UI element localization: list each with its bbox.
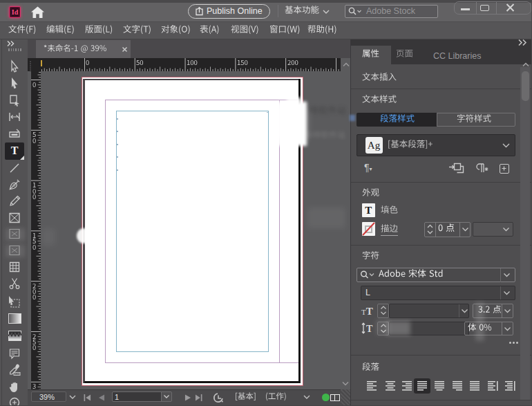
svg-text:T: T [366, 324, 373, 334]
